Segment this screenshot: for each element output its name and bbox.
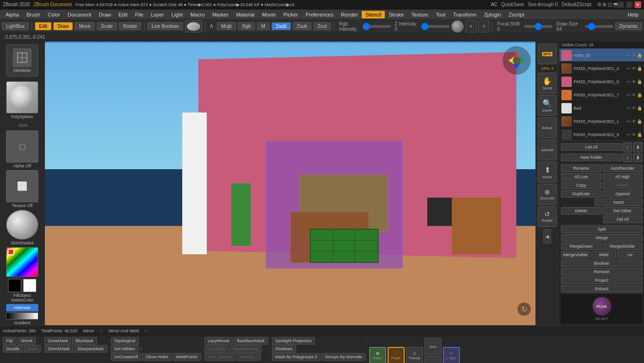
mesh-item-3[interactable]: PM3D_PolyMesh3D1_7 ✏ 👁 🔒 xyxy=(559,88,644,102)
merge-down-btn[interactable]: MergeDown xyxy=(561,242,602,250)
lazy-step-btn[interactable]: LazyStep xyxy=(204,345,229,353)
menu-preferences[interactable]: Preferences xyxy=(302,11,337,18)
zcut-btn[interactable]: Zcut xyxy=(314,22,331,30)
shadows-btn[interactable]: Shadows xyxy=(272,345,296,353)
focal-shift-slider[interactable] xyxy=(524,25,552,28)
menu-layer[interactable]: Layer xyxy=(147,11,168,18)
list-filter-btn[interactable]: ⬇ xyxy=(633,142,643,152)
move-btn[interactable]: Move xyxy=(75,22,94,30)
edit-icon-3[interactable]: ✏ xyxy=(627,93,631,97)
copy-btn[interactable]: Copy xyxy=(561,182,602,189)
lock-icon-room02[interactable]: 🔒 xyxy=(637,53,642,58)
double-btn[interactable]: Double xyxy=(3,345,23,353)
menu-color[interactable]: Color xyxy=(44,11,64,18)
menu-document[interactable]: Document xyxy=(64,11,95,18)
lsym-btn[interactable]: ⇔ L.Sym xyxy=(443,347,460,363)
rotate-3d-btn[interactable]: ↺ Rotate xyxy=(538,206,557,227)
floor-toggle[interactable]: D xyxy=(478,20,489,33)
zsub-btn[interactable]: Zsub xyxy=(293,22,312,30)
lock-icon-2[interactable]: 🔒 xyxy=(637,79,642,84)
alternate-btn[interactable]: Alternate xyxy=(6,304,38,312)
scroll-btn[interactable]: ✋ Scroll xyxy=(538,73,557,94)
seethrough-btn[interactable]: See-through 0 xyxy=(528,2,558,7)
menu-movie[interactable]: Movie xyxy=(258,11,280,18)
aahalf-btn[interactable]: AAHalf xyxy=(538,139,557,160)
menu-texture[interactable]: Texture xyxy=(407,11,432,18)
zadd-btn[interactable]: Zadd xyxy=(271,22,291,30)
rgb-btn[interactable]: Rgb xyxy=(238,22,255,30)
menu-file[interactable]: File xyxy=(131,11,147,18)
backmasking-btn[interactable]: BackMasking xyxy=(230,345,262,353)
menu-stroke[interactable]: Stroke xyxy=(385,11,407,18)
auto-reorder-btn[interactable]: AutoReorder xyxy=(602,164,643,172)
mesh-item-5[interactable]: PM3D_PolyMesh3D2_1 ✏ 👁 🔒 xyxy=(559,115,644,128)
all-high-btn[interactable]: All High xyxy=(602,173,643,181)
merge-btn[interactable]: Merge xyxy=(561,234,643,242)
strip-expand-btn[interactable]: ◀ xyxy=(543,229,551,243)
folder-sort-btn[interactable]: ↕ xyxy=(623,153,632,162)
gradient-btn[interactable] xyxy=(6,312,38,320)
mesh-item-2[interactable]: PM3D_PolyMesh3D1_5 ✏ 👁 🔒 xyxy=(559,75,644,88)
bpr-btn[interactable]: BPR xyxy=(538,43,557,64)
edit-icon-room02[interactable]: ✏ xyxy=(627,53,631,58)
menu-light[interactable]: Light xyxy=(168,11,186,18)
menu-macro[interactable]: Macro xyxy=(186,11,209,18)
menu-edit[interactable]: Edit xyxy=(115,11,131,18)
draw-btn[interactable]: Draw xyxy=(53,22,73,30)
zoom-btn[interactable]: 🔍 Zoom xyxy=(538,95,557,116)
eye-icon-2[interactable]: 👁 xyxy=(632,79,636,84)
mask-polygroups-btn[interactable]: Mask By Polygroups 0 xyxy=(272,353,321,361)
uncreaseall-btn[interactable]: UnCreaseAll xyxy=(111,353,142,361)
m-btn[interactable]: M xyxy=(257,22,269,30)
delete-btn[interactable]: Delete xyxy=(561,207,602,215)
edit-icon-2[interactable]: ✏ xyxy=(627,79,631,84)
edit-icon-5[interactable]: ✏ xyxy=(627,119,631,124)
spotlight-proj-btn[interactable]: Spotlight Projection xyxy=(272,337,315,345)
polysphere-thumb[interactable] xyxy=(6,81,38,113)
edit-icon-6[interactable]: ✏ xyxy=(627,132,631,137)
grow-btn[interactable]: Grow xyxy=(24,345,41,353)
sharpen-mask-btn[interactable]: SharpenMask xyxy=(74,345,107,353)
extract-btn[interactable]: Extract xyxy=(561,285,643,293)
texture-thumb[interactable]: ⬜ xyxy=(6,170,38,202)
eye-icon-bed[interactable]: 👁 xyxy=(632,106,636,111)
edit-btn[interactable]: Edit xyxy=(35,22,51,30)
backface-mask-btn[interactable]: BackfaceMask xyxy=(234,337,268,345)
refresh-btn[interactable]: ↻ xyxy=(517,302,531,316)
menu-transform[interactable]: Transform xyxy=(449,11,480,18)
nav-gizmo[interactable] xyxy=(502,46,531,75)
scale-btn[interactable]: Scale xyxy=(97,22,117,30)
mrgb-btn[interactable]: Mrgb xyxy=(217,22,236,30)
merge-similar-btn[interactable]: MergeSimilar xyxy=(602,242,643,250)
minimize-btn[interactable]: ─ xyxy=(618,1,624,8)
live-boolean-btn[interactable]: Live Boolean xyxy=(147,22,183,30)
menu-zscript[interactable]: Zscript xyxy=(505,11,528,18)
menu-alpha[interactable]: Alpha xyxy=(2,11,23,18)
close-holes-btn[interactable]: Close Holes xyxy=(142,353,172,361)
mirror-key[interactable]: X xyxy=(100,328,103,333)
del-hidden-btn[interactable]: Del Hidden xyxy=(111,345,139,353)
menu-brush[interactable]: Brush xyxy=(23,11,44,18)
grow-mask-btn[interactable]: GrowMask xyxy=(44,337,71,345)
weld-points-btn[interactable]: WeldPoints xyxy=(173,353,201,361)
mirror-weld-key[interactable]: X xyxy=(144,328,147,333)
project-btn[interactable]: Project xyxy=(561,277,643,284)
edit-icon-1[interactable]: ✏ xyxy=(627,66,631,71)
new-folder-btn[interactable]: New Folder xyxy=(561,154,622,161)
white-swatch[interactable] xyxy=(23,279,36,292)
transp-btn[interactable]: ◫ Transp xyxy=(406,347,423,363)
mesh-item-room02[interactable]: room_02 ✏ 👁 🔒 xyxy=(559,49,644,62)
groups-normals-btn[interactable]: Groups By Normals xyxy=(322,353,365,361)
persp-btn[interactable]: Persp xyxy=(424,356,441,363)
list-all-btn[interactable]: List All xyxy=(561,143,622,151)
append-btn[interactable]: Append xyxy=(602,190,643,198)
floor-btn[interactable]: ▦ Floor xyxy=(369,347,386,363)
eye-icon-6[interactable]: 👁 xyxy=(632,132,636,137)
menu-render[interactable]: Render xyxy=(337,11,362,18)
flip-btn[interactable]: Flip xyxy=(3,337,17,345)
alpha-thumb[interactable]: ◻ xyxy=(6,130,38,163)
actual-btn[interactable]: Actual xyxy=(538,117,557,138)
blur-mask-btn[interactable]: BlurMask xyxy=(72,337,97,345)
insert-btn[interactable]: Insert xyxy=(594,199,643,206)
menu-tool[interactable]: Tool xyxy=(432,11,449,18)
